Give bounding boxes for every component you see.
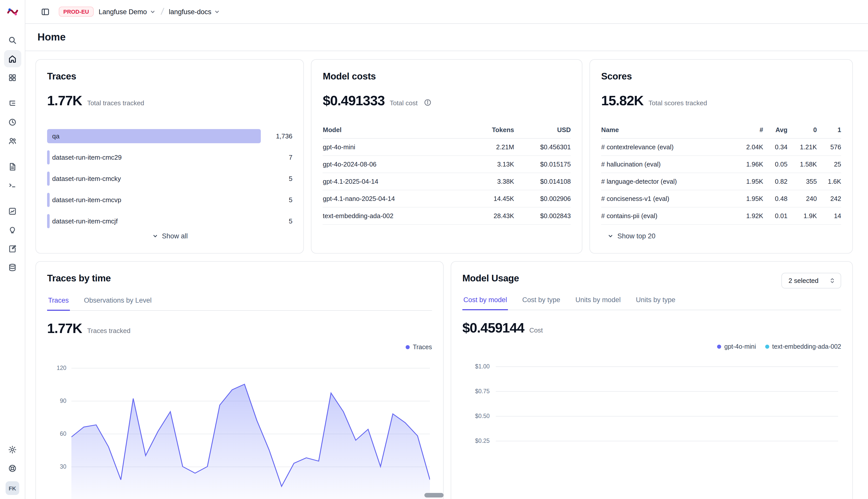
model-usage-card: Model Usage 2 selected Cost by model Cos… [451, 261, 853, 499]
trace-bar-row[interactable]: dataset-run-item-cmcvp 5 [47, 193, 293, 207]
model-usage-title: Model Usage [462, 273, 519, 284]
tab-traces[interactable]: Traces [47, 292, 70, 311]
trace-name: dataset-run-item-cmcky [52, 175, 121, 182]
y-tick-label: $0.50 [462, 413, 490, 419]
legend-dot-icon [717, 345, 722, 349]
y-tick-label: 60 [47, 431, 66, 437]
legend-dot-icon [406, 345, 410, 349]
traces-card-title: Traces [47, 71, 293, 82]
trace-count: 5 [289, 196, 292, 204]
datasets-database-icon[interactable] [4, 259, 21, 276]
model-costs-table: Model Tokens USD gpt-4o-mini2.21M$0.4563… [323, 122, 571, 225]
sessions-clock-icon[interactable] [4, 113, 21, 131]
top-header: PROD-EU Langfuse Demo / langfuse-docs [25, 0, 868, 24]
traces-card: Traces 1.77K Total traces tracked qa 1,7… [35, 59, 304, 254]
sidebar-toggle-icon[interactable] [36, 3, 54, 20]
tab-units-by-type[interactable]: Units by type [635, 292, 676, 310]
show-all-button[interactable]: Show all [146, 228, 194, 244]
model-usage-chart: $1.00 $0.75 $0.50 $0.25 [462, 359, 841, 476]
project-name: langfuse-docs [169, 8, 212, 15]
model-usage-tabs: Cost by model Cost by type Units by mode… [462, 292, 841, 310]
show-top-20-button[interactable]: Show top 20 [601, 228, 662, 244]
user-avatar[interactable]: FK [5, 481, 19, 495]
info-icon[interactable] [424, 99, 431, 106]
trace-count: 5 [289, 217, 292, 225]
scores-card: Scores 15.82K Total scores tracked Name … [590, 59, 853, 254]
users-icon[interactable] [4, 132, 21, 149]
langfuse-logo-icon[interactable] [6, 5, 19, 18]
support-lifebuoy-icon[interactable] [4, 460, 21, 477]
org-switcher[interactable]: Langfuse Demo [98, 8, 156, 15]
trace-count: 1,736 [276, 132, 293, 140]
chevron-down-icon [150, 8, 156, 15]
org-name: Langfuse Demo [98, 8, 147, 15]
sidebar: FK [0, 0, 25, 499]
legend-item-traces[interactable]: Traces [406, 344, 432, 351]
trace-bar-row[interactable]: qa 1,736 [47, 129, 293, 143]
annotation-queues-icon[interactable] [4, 240, 21, 257]
table-row[interactable]: gpt-4o-2024-08-063.13K$0.015175 [323, 156, 571, 173]
y-tick-label: 120 [47, 365, 66, 371]
table-row[interactable]: text-embedding-ada-00228.43K$0.002843 [323, 207, 571, 224]
tab-cost-by-model[interactable]: Cost by model [462, 292, 508, 310]
chevrons-up-down-icon [829, 277, 835, 284]
dashboards-grid-icon[interactable] [4, 69, 21, 86]
model-select-dropdown[interactable]: 2 selected [781, 273, 841, 289]
scores-metric: 15.82K [601, 93, 643, 109]
search-icon[interactable] [4, 32, 21, 49]
model-costs-metric-label: Total cost [390, 99, 418, 107]
page-header: Home [25, 24, 868, 51]
traces-by-time-tabs: Traces Observations by Level [47, 292, 432, 311]
table-row[interactable]: gpt-4o-mini2.21M$0.456301 [323, 138, 571, 156]
home-icon[interactable] [4, 50, 21, 67]
table-row[interactable]: gpt-4.1-nano-2025-04-1414.45K$0.002906 [323, 190, 571, 207]
y-tick-label: 90 [47, 398, 66, 404]
evaluations-chart-icon[interactable] [4, 203, 21, 220]
chevron-down-icon [152, 233, 158, 239]
model-usage-metric: $0.459144 [462, 320, 524, 336]
trace-bar-row[interactable]: dataset-run-item-cmcjf 5 [47, 214, 293, 228]
prompts-file-icon[interactable] [4, 158, 21, 175]
traces-metric: 1.77K [47, 93, 82, 109]
traces-line-chart: 120 90 60 30 [47, 357, 432, 499]
trace-name: dataset-run-item-cmcjf [52, 217, 118, 225]
table-row[interactable]: gpt-4.1-2025-04-143.38K$0.014108 [323, 173, 571, 190]
model-usage-metric-label: Cost [529, 326, 543, 334]
traces-by-time-metric-label: Traces tracked [87, 327, 130, 334]
app-viewport: FK PROD-EU Langfuse Demo / langfuse-docs… [0, 0, 868, 499]
chevron-down-icon [607, 233, 614, 239]
table-row[interactable]: # contextrelevance (eval)2.04K0.341.21K5… [601, 138, 841, 156]
scores-table: Name # Avg 0 1 # contextrelevance (eval)… [601, 122, 841, 225]
legend-item-text-embedding[interactable]: text-embedding-ada-002 [765, 343, 841, 350]
trace-bar-row[interactable]: dataset-run-item-cmc29 7 [47, 150, 293, 165]
trace-bar-row[interactable]: dataset-run-item-cmcky 5 [47, 172, 293, 186]
table-row[interactable]: # language-detector (eval)1.95K0.823551.… [601, 173, 841, 190]
chevron-down-icon [214, 8, 221, 15]
table-row[interactable]: # conciseness-v1 (eval)1.95K0.48240242 [601, 190, 841, 207]
tab-units-by-model[interactable]: Units by model [574, 292, 622, 310]
legend-item-gpt-4o-mini[interactable]: gpt-4o-mini [717, 343, 756, 350]
scores-card-title: Scores [601, 71, 841, 82]
project-switcher[interactable]: langfuse-docs [169, 8, 221, 15]
trace-name: dataset-run-item-cmc29 [52, 154, 122, 161]
traces-by-time-metric: 1.77K [47, 321, 82, 337]
trace-name: dataset-run-item-cmcvp [52, 196, 121, 204]
table-row[interactable]: # hallucination (eval)1.96K0.051.58K25 [601, 156, 841, 173]
trace-name: qa [52, 132, 60, 140]
y-tick-label: $1.00 [462, 363, 490, 369]
llm-judge-lightbulb-icon[interactable] [4, 221, 21, 239]
tab-observations-by-level[interactable]: Observations by Level [83, 292, 153, 311]
traces-metric-label: Total traces tracked [87, 99, 144, 107]
chart-legend: Traces [47, 344, 432, 351]
traces-by-time-title: Traces by time [47, 273, 432, 284]
y-tick-label: 30 [47, 464, 66, 470]
legend-dot-icon [765, 345, 769, 349]
playground-terminal-icon[interactable] [4, 177, 21, 194]
tab-cost-by-type[interactable]: Cost by type [521, 292, 561, 310]
settings-gear-icon[interactable] [4, 441, 21, 458]
traces-area-chart [71, 357, 430, 499]
tracing-list-tree-icon[interactable] [4, 95, 21, 112]
dashboard-content: Traces 1.77K Total traces tracked qa 1,7… [25, 51, 868, 499]
table-row[interactable]: # contains-pii (eval)1.92K0.011.9K14 [601, 207, 841, 224]
horizontal-scrollbar-thumb[interactable] [424, 493, 444, 498]
